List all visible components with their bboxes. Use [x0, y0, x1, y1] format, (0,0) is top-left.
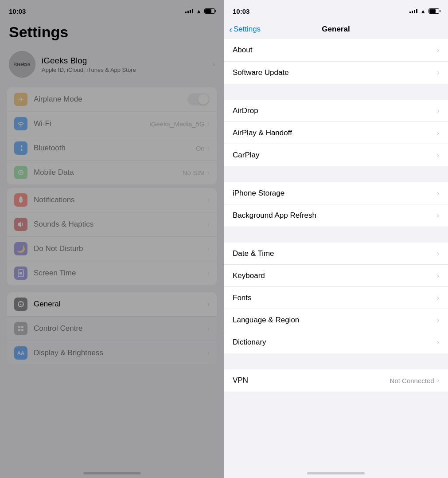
- right-row-vpn[interactable]: VPN Not Connected ›: [224, 369, 448, 392]
- software-update-chevron: ›: [437, 69, 439, 77]
- sounds-chevron: ›: [207, 220, 210, 228]
- profile-info: iGeeks Blog Apple ID, iCloud, iTunes & A…: [42, 56, 213, 73]
- notifications-icon: [14, 193, 27, 207]
- settings-row-do-not-disturb[interactable]: 🌙 Do Not Disturb ›: [7, 237, 217, 261]
- right-row-dictionary[interactable]: Dictionary ›: [224, 331, 448, 353]
- notifications-label: Notifications: [34, 196, 207, 204]
- screen-time-chevron: ›: [207, 269, 210, 277]
- section-connectivity: ✈ Airplane Mode Wi-Fi iGeeks_Media_5G ›: [7, 87, 217, 184]
- right-group-top: About › Software Update ›: [224, 39, 448, 84]
- general-label: General: [34, 300, 207, 309]
- language-region-label: Language & Region: [233, 316, 437, 325]
- airdrop-label: AirDrop: [233, 106, 437, 115]
- fonts-chevron: ›: [437, 294, 439, 302]
- settings-header: Settings: [0, 20, 224, 45]
- control-centre-icon: [14, 322, 27, 335]
- control-centre-label: Control Centre: [34, 324, 207, 333]
- back-button[interactable]: ‹ Settings: [229, 25, 261, 34]
- profile-chevron: ›: [213, 60, 215, 68]
- airplane-mode-toggle[interactable]: [187, 93, 210, 106]
- svg-point-1: [20, 172, 22, 173]
- vpn-label: VPN: [233, 376, 390, 385]
- right-row-date-time[interactable]: Date & Time ›: [224, 243, 448, 265]
- software-update-label: Software Update: [233, 68, 437, 77]
- settings-row-wifi[interactable]: Wi-Fi iGeeks_Media_5G ›: [7, 112, 217, 136]
- bluetooth-icon: [14, 141, 27, 155]
- right-wifi-icon: ▲: [420, 8, 426, 15]
- signal-icon: [185, 9, 193, 13]
- display-brightness-chevron: ›: [207, 349, 210, 357]
- profile-row[interactable]: iGeekSn iGeeks Blog Apple ID, iCloud, iT…: [0, 45, 224, 84]
- right-row-airdrop[interactable]: AirDrop ›: [224, 100, 448, 122]
- gap-1: [224, 84, 448, 100]
- profile-name: iGeeks Blog: [42, 56, 213, 66]
- airplay-handoff-label: AirPlay & Handoff: [233, 129, 437, 137]
- wifi-value: iGeeks_Media_5G: [149, 120, 204, 128]
- settings-title: Settings: [9, 24, 215, 40]
- about-chevron: ›: [437, 46, 439, 54]
- settings-row-screen-time[interactable]: Screen Time ›: [7, 261, 217, 285]
- right-row-carplay[interactable]: CarPlay ›: [224, 144, 448, 166]
- svg-rect-11: [21, 326, 23, 328]
- about-label: About: [233, 46, 437, 55]
- date-time-label: Date & Time: [233, 249, 437, 258]
- profile-sub: Apple ID, iCloud, iTunes & App Store: [42, 67, 213, 73]
- battery-icon: [204, 8, 215, 14]
- iphone-storage-chevron: ›: [437, 189, 439, 197]
- do-not-disturb-chevron: ›: [207, 245, 210, 253]
- gap-2: [224, 166, 448, 182]
- section-system: General › Control Centre › AA Display & …: [0, 289, 224, 365]
- date-time-chevron: ›: [437, 250, 439, 258]
- sounds-label: Sounds & Haptics: [34, 220, 207, 229]
- right-row-language-region[interactable]: Language & Region ›: [224, 309, 448, 331]
- language-region-chevron: ›: [437, 316, 439, 324]
- settings-row-mobile-data[interactable]: Mobile Data No SIM ›: [7, 161, 217, 184]
- keyboard-chevron: ›: [437, 272, 439, 280]
- right-row-airplay-handoff[interactable]: AirPlay & Handoff ›: [224, 122, 448, 144]
- display-brightness-icon: AA: [14, 346, 27, 360]
- bluetooth-label: Bluetooth: [34, 144, 196, 153]
- wifi-label: Wi-Fi: [34, 119, 149, 128]
- gap-4: [224, 353, 448, 369]
- left-home-bar: [83, 472, 141, 474]
- wifi-chevron: ›: [207, 120, 210, 128]
- settings-row-display-brightness[interactable]: AA Display & Brightness ›: [7, 341, 217, 365]
- settings-row-bluetooth[interactable]: Bluetooth On ›: [7, 136, 217, 161]
- section-alerts: Notifications › Sounds & Haptics › 🌙 Do …: [7, 188, 217, 285]
- sounds-icon: [14, 218, 27, 231]
- settings-row-sounds[interactable]: Sounds & Haptics ›: [7, 212, 217, 237]
- settings-row-notifications[interactable]: Notifications ›: [7, 188, 217, 212]
- mobile-data-icon: [14, 166, 27, 179]
- right-status-icons: ▲: [409, 8, 439, 15]
- general-icon: [14, 298, 27, 311]
- left-panel: 10:03 ▲ Settings iGeekSn iGeeks Blog App…: [0, 0, 224, 478]
- right-signal-icon: [409, 9, 417, 13]
- left-time: 10:03: [9, 8, 26, 15]
- bluetooth-value: On: [196, 145, 205, 152]
- settings-row-airplane-mode[interactable]: ✈ Airplane Mode: [7, 87, 217, 112]
- background-app-refresh-label: Background App Refresh: [233, 211, 437, 220]
- gap-3: [224, 227, 448, 243]
- right-row-iphone-storage[interactable]: iPhone Storage ›: [224, 182, 448, 204]
- vpn-chevron: ›: [437, 376, 439, 384]
- right-row-keyboard[interactable]: Keyboard ›: [224, 265, 448, 287]
- control-centre-chevron: ›: [207, 325, 210, 333]
- avatar: iGeekSn: [9, 51, 35, 78]
- right-row-about[interactable]: About ›: [224, 39, 448, 61]
- settings-row-general[interactable]: General ›: [7, 292, 217, 317]
- right-row-software-update[interactable]: Software Update ›: [224, 62, 448, 84]
- right-page-title: General: [322, 25, 350, 34]
- do-not-disturb-icon: 🌙: [14, 242, 27, 255]
- svg-rect-13: [21, 329, 23, 331]
- right-group-vpn: VPN Not Connected ›: [224, 369, 448, 392]
- settings-row-control-centre[interactable]: Control Centre ›: [7, 317, 217, 341]
- display-brightness-label: Display & Brightness: [34, 349, 207, 357]
- airplane-mode-icon: ✈: [14, 93, 27, 106]
- airdrop-chevron: ›: [437, 107, 439, 115]
- left-status-bar: 10:03 ▲: [0, 0, 224, 20]
- right-row-background-app-refresh[interactable]: Background App Refresh ›: [224, 204, 448, 227]
- svg-rect-10: [18, 326, 20, 328]
- right-group-connectivity: AirDrop › AirPlay & Handoff › CarPlay ›: [224, 100, 448, 166]
- vpn-value: Not Connected: [390, 377, 434, 384]
- right-row-fonts[interactable]: Fonts ›: [224, 287, 448, 309]
